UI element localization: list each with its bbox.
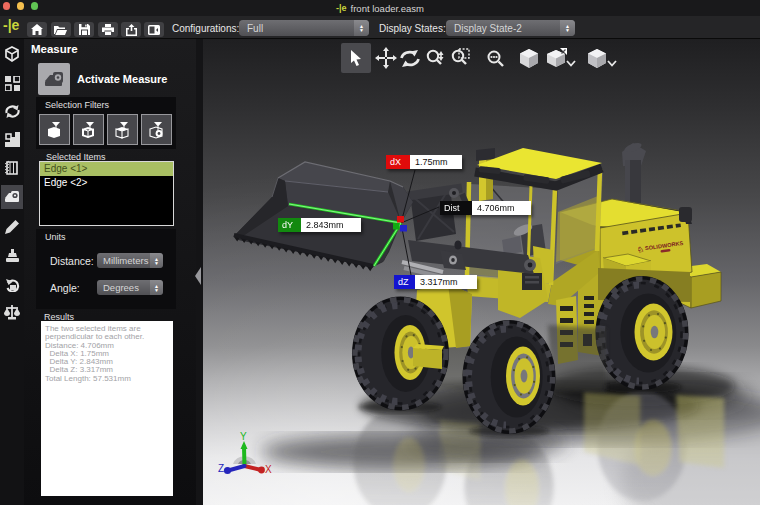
svg-text:Z: Z — [218, 463, 224, 474]
svg-text:♘: ♘ — [636, 245, 644, 255]
svg-text:X: X — [265, 464, 272, 475]
svg-text:Y: Y — [240, 431, 247, 442]
